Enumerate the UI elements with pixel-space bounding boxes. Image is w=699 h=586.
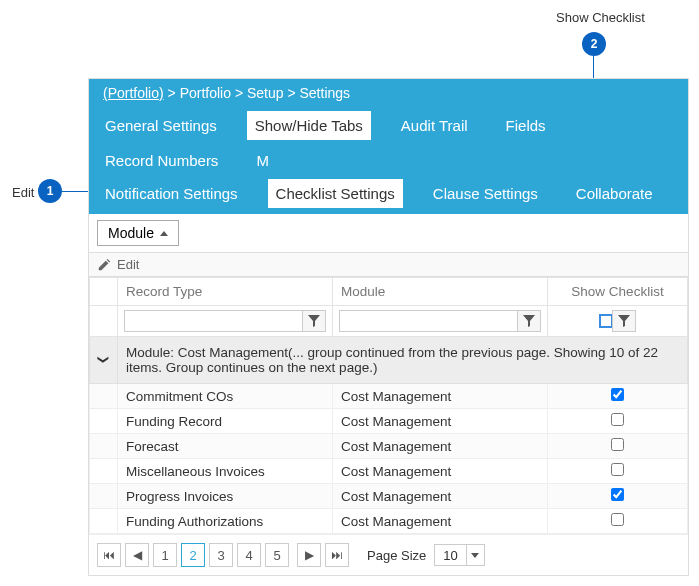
grid-scroll[interactable]: Record Type Module Show Checklist — [89, 277, 688, 534]
funnel-icon — [523, 315, 535, 327]
tab-record-numbers[interactable]: Record Numbers — [97, 146, 226, 175]
pager-page-1[interactable]: 1 — [153, 543, 177, 567]
show-checklist-checkbox[interactable] — [611, 488, 624, 501]
table-row: Funding AuthorizationsCost Management — [90, 509, 688, 534]
cell-record-type: Progress Invoices — [118, 484, 333, 509]
tab-notification-settings[interactable]: Notification Settings — [97, 179, 246, 208]
grid-toolbar: Edit — [89, 253, 688, 277]
cell-module: Cost Management — [333, 384, 548, 409]
show-checklist-checkbox[interactable] — [611, 438, 624, 451]
tab-general-settings[interactable]: General Settings — [97, 111, 225, 140]
page-size-drop-icon — [466, 545, 484, 565]
chevron-down-icon[interactable]: ❯ — [97, 355, 110, 364]
pencil-icon — [97, 258, 111, 272]
tab-audit-trail[interactable]: Audit Trail — [393, 111, 476, 140]
cell-module: Cost Management — [333, 409, 548, 434]
filter-show-checklist-button[interactable] — [612, 310, 636, 332]
tab-clause-settings[interactable]: Clause Settings — [425, 179, 546, 208]
checklist-grid: Record Type Module Show Checklist — [89, 277, 688, 534]
filter-row — [90, 306, 688, 337]
funnel-icon — [618, 315, 630, 327]
pager-prev[interactable]: ◀ — [125, 543, 149, 567]
cell-record-type: Funding Authorizations — [118, 509, 333, 534]
callout-badge-2: 2 — [582, 32, 606, 56]
group-text: Module: Cost Management(... group contin… — [126, 345, 658, 375]
sort-asc-icon — [160, 231, 168, 236]
table-row: ForecastCost Management — [90, 434, 688, 459]
show-checklist-checkbox[interactable] — [611, 413, 624, 426]
header-show-checklist[interactable]: Show Checklist — [548, 278, 688, 306]
tabs-row-2: Notification SettingsChecklist SettingsC… — [89, 175, 688, 214]
callout-edit-label: Edit — [12, 185, 34, 200]
show-checklist-checkbox[interactable] — [611, 513, 624, 526]
cell-module: Cost Management — [333, 509, 548, 534]
filter-module-button[interactable] — [517, 310, 541, 332]
pager-next[interactable]: ▶ — [297, 543, 321, 567]
header-module[interactable]: Module — [333, 278, 548, 306]
table-row: Funding RecordCost Management — [90, 409, 688, 434]
header-record-type[interactable]: Record Type — [118, 278, 333, 306]
table-row: Progress InvoicesCost Management — [90, 484, 688, 509]
show-checklist-checkbox[interactable] — [611, 388, 624, 401]
breadcrumb-rest: > Portfolio > Setup > Settings — [164, 85, 350, 101]
tab-show-hide-tabs[interactable]: Show/Hide Tabs — [247, 111, 371, 140]
cell-record-type: Commitment COs — [118, 384, 333, 409]
module-bar: Module — [89, 214, 688, 253]
pager-page-3[interactable]: 3 — [209, 543, 233, 567]
tab-checklist-settings[interactable]: Checklist Settings — [268, 179, 403, 208]
breadcrumb: (Portfolio) > Portfolio > Setup > Settin… — [89, 79, 688, 107]
pager-first[interactable]: ⏮ — [97, 543, 121, 567]
cell-record-type: Funding Record — [118, 409, 333, 434]
page-size-select[interactable]: 10 — [434, 544, 484, 566]
callout-badge-1: 1 — [38, 179, 62, 203]
tab-collaborate[interactable]: Collaborate — [568, 179, 661, 208]
breadcrumb-portfolio-link[interactable]: (Portfolio) — [103, 85, 164, 101]
cell-module: Cost Management — [333, 434, 548, 459]
callout-show-label: Show Checklist — [556, 10, 645, 25]
cell-record-type: Miscellaneous Invoices — [118, 459, 333, 484]
filter-record-type-button[interactable] — [302, 310, 326, 332]
filter-record-type-input[interactable] — [124, 310, 303, 332]
pager-last[interactable]: ⏭ — [325, 543, 349, 567]
tab-fields[interactable]: Fields — [498, 111, 554, 140]
page-size-value: 10 — [435, 548, 465, 563]
tabs-row-1: General SettingsShow/Hide TabsAudit Trai… — [89, 107, 688, 175]
table-row: Commitment COsCost Management — [90, 384, 688, 409]
module-group-button[interactable]: Module — [97, 220, 179, 246]
header-row: Record Type Module Show Checklist — [90, 278, 688, 306]
page-size-label: Page Size — [367, 548, 426, 563]
callout-line-1 — [62, 191, 90, 192]
cell-module: Cost Management — [333, 459, 548, 484]
filter-module-input[interactable] — [339, 310, 518, 332]
group-row: ❯ Module: Cost Management(... group cont… — [90, 337, 688, 384]
header-expand — [90, 278, 118, 306]
edit-button[interactable]: Edit — [117, 257, 139, 272]
cell-record-type: Forecast — [118, 434, 333, 459]
pager-page-5[interactable]: 5 — [265, 543, 289, 567]
show-checklist-checkbox[interactable] — [611, 463, 624, 476]
pager: ⏮ ◀ 12345 ▶ ⏭ Page Size 10 — [89, 534, 688, 575]
table-row: Miscellaneous InvoicesCost Management — [90, 459, 688, 484]
tab-m[interactable]: M — [248, 146, 277, 175]
filter-show-checklist-checkbox[interactable] — [599, 314, 613, 328]
cell-module: Cost Management — [333, 484, 548, 509]
pager-page-4[interactable]: 4 — [237, 543, 261, 567]
module-button-label: Module — [108, 225, 154, 241]
app-window: (Portfolio) > Portfolio > Setup > Settin… — [88, 78, 689, 576]
page-size: Page Size 10 — [367, 544, 485, 566]
pager-page-2[interactable]: 2 — [181, 543, 205, 567]
funnel-icon — [308, 315, 320, 327]
